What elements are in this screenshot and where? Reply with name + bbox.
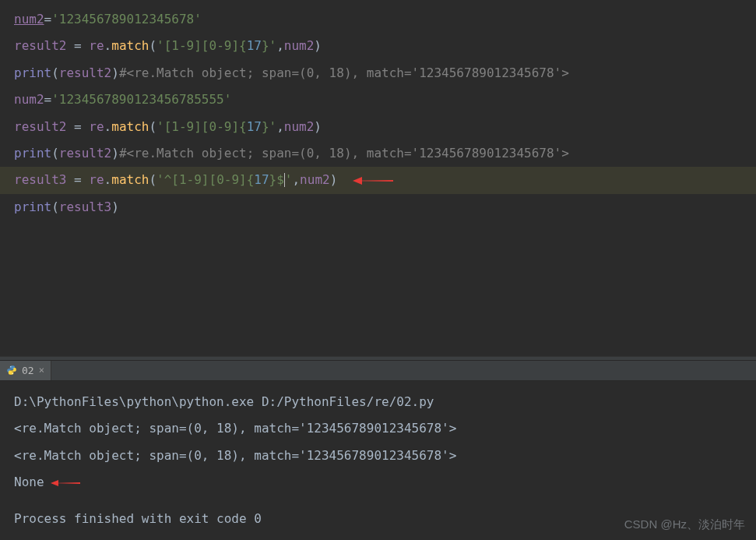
variable: result2 <box>14 38 66 53</box>
variable: num2 <box>14 12 44 26</box>
svg-point-1 <box>12 373 13 374</box>
builtin: print <box>14 65 51 80</box>
watermark: CSDN @Hz、淡泊时年 <box>624 517 745 532</box>
code-line[interactable]: num2='123456789012345678' <box>0 6 756 33</box>
code-editor[interactable]: num2='123456789012345678' result2 = re.m… <box>0 0 756 356</box>
code-line[interactable]: print(result2)#<re.Match object; span=(0… <box>0 140 756 167</box>
operator: = <box>66 38 89 53</box>
string-literal: '1234567890123456785555' <box>51 92 231 107</box>
console-tabs: 02 × <box>0 361 756 382</box>
console-tab[interactable]: 02 × <box>0 361 51 381</box>
text-cursor <box>284 173 285 187</box>
operator: = <box>44 12 52 26</box>
code-line-current[interactable]: result3 = re.match('^[1-9][0-9]{17}$',nu… <box>0 167 756 193</box>
run-console[interactable]: D:\PythonFiles\python\python.exe D:/Pyth… <box>0 381 756 540</box>
svg-point-0 <box>10 366 11 367</box>
annotation-arrow <box>353 171 393 189</box>
console-line: D:\PythonFiles\python\python.exe D:/Pyth… <box>14 389 742 415</box>
comment: #<re.Match object; span=(0, 18), match='… <box>119 65 569 80</box>
module: re <box>89 38 104 53</box>
code-line[interactable]: num2='1234567890123456785555' <box>0 86 756 113</box>
code-line[interactable]: result2 = re.match('[1-9][0-9]{17}',num2… <box>0 114 756 140</box>
annotation-arrow <box>51 474 80 491</box>
console-line: <re.Match object; span=(0, 18), match='1… <box>14 443 742 469</box>
variable: num2 <box>14 92 44 107</box>
console-line <box>14 496 742 506</box>
code-line[interactable]: print(result2)#<re.Match object; span=(0… <box>0 60 756 86</box>
function: match <box>111 38 149 53</box>
close-icon[interactable]: × <box>39 365 44 376</box>
code-line[interactable]: result2 = re.match('[1-9][0-9]{17}',num2… <box>0 33 756 59</box>
console-line: <re.Match object; span=(0, 18), match='1… <box>14 415 742 442</box>
string-literal: '123456789012345678' <box>51 12 202 26</box>
console-line: None <box>14 469 742 496</box>
tab-label: 02 <box>22 365 34 376</box>
python-icon <box>6 365 17 376</box>
code-line[interactable]: print(result3) <box>0 194 756 221</box>
